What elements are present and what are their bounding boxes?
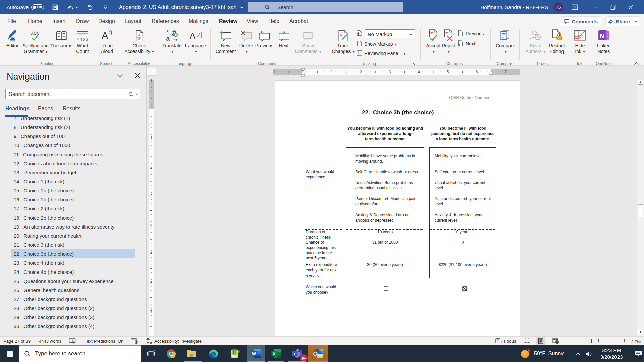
svg-text:6: 6 bbox=[476, 70, 478, 74]
svg-text:4: 4 bbox=[150, 223, 153, 228]
svg-text:3: 3 bbox=[389, 70, 391, 74]
svg-text:4: 4 bbox=[418, 70, 420, 74]
svg-text:가: 가 bbox=[196, 31, 202, 39]
svg-text:5: 5 bbox=[447, 70, 449, 74]
svg-text:2: 2 bbox=[150, 165, 153, 170]
svg-text:X: X bbox=[273, 352, 275, 356]
svg-text:W: W bbox=[252, 352, 256, 356]
svg-text:1: 1 bbox=[331, 70, 333, 74]
svg-text:1: 1 bbox=[150, 136, 153, 140]
svg-text:3: 3 bbox=[150, 194, 153, 198]
svg-text:a: a bbox=[166, 35, 170, 42]
svg-text:A: A bbox=[102, 30, 108, 41]
svg-text:1: 1 bbox=[273, 70, 275, 74]
svg-text:1: 1 bbox=[150, 78, 153, 83]
svg-text:2: 2 bbox=[360, 70, 362, 74]
svg-text:6: 6 bbox=[150, 281, 153, 285]
svg-text:7: 7 bbox=[150, 310, 153, 314]
svg-text:abc: abc bbox=[30, 29, 40, 36]
svg-text:7: 7 bbox=[504, 70, 507, 74]
svg-text:T: T bbox=[293, 352, 296, 356]
svg-text:5: 5 bbox=[150, 252, 153, 256]
svg-text:123: 123 bbox=[80, 37, 89, 42]
svg-text:N: N bbox=[600, 33, 604, 39]
svg-text:あ: あ bbox=[171, 29, 178, 37]
svg-text:A: A bbox=[189, 31, 196, 41]
